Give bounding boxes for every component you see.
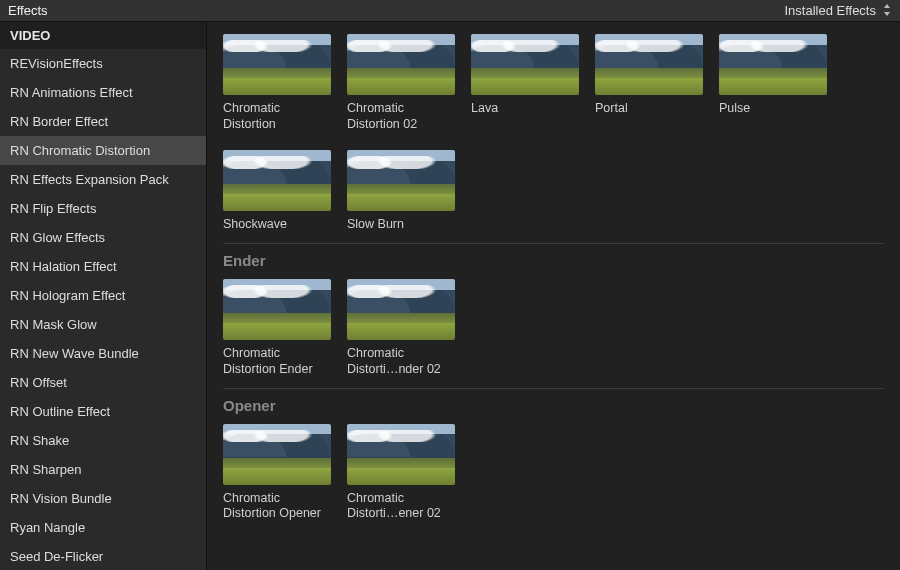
effect-label: Chromatic Distorti…nder 02 (347, 346, 455, 377)
sidebar-item[interactable]: RN Flip Effects (0, 194, 206, 223)
sidebar-item[interactable]: Seed De-Flicker (0, 542, 206, 570)
effect-thumbnail[interactable]: Chromatic Distortion Ender (223, 279, 331, 377)
filter-dropdown[interactable]: Installed Effects (784, 3, 892, 18)
sidebar-item[interactable]: RN New Wave Bundle (0, 339, 206, 368)
group-header: Opener (223, 388, 884, 424)
effect-preview-image (719, 34, 827, 95)
sidebar-item[interactable]: RN Shake (0, 426, 206, 455)
sidebar-section-video: VIDEO (0, 22, 206, 49)
effect-group: OpenerChromatic Distortion OpenerChromat… (223, 388, 884, 522)
effect-label: Shockwave (223, 217, 331, 233)
effect-grid: Chromatic Distortion EnderChromatic Dist… (223, 279, 884, 377)
effect-label: Chromatic Distortion Ender (223, 346, 331, 377)
sidebar-item[interactable]: REVisionEffects (0, 49, 206, 78)
effect-label: Pulse (719, 101, 827, 117)
effect-thumbnail[interactable]: Chromatic Distortion Opener (223, 424, 331, 522)
effect-preview-image (471, 34, 579, 95)
effect-thumbnail[interactable]: Pulse (719, 34, 827, 132)
effect-thumbnail[interactable]: Chromatic Distortion 02 (347, 34, 455, 132)
effect-preview-image (347, 279, 455, 340)
effect-preview-image (223, 279, 331, 340)
effect-preview-image (347, 150, 455, 211)
sidebar-item[interactable]: RN Animations Effect (0, 78, 206, 107)
effect-thumbnail[interactable]: Chromatic Distortion (223, 34, 331, 132)
filter-label: Installed Effects (784, 3, 876, 18)
sidebar-item[interactable]: RN Border Effect (0, 107, 206, 136)
effect-thumbnail[interactable]: Chromatic Distorti…nder 02 (347, 279, 455, 377)
effect-label: Chromatic Distortion (223, 101, 331, 132)
effect-grid: Chromatic DistortionChromatic Distortion… (223, 34, 884, 233)
effects-grid-area[interactable]: Chromatic DistortionChromatic Distortion… (207, 22, 900, 570)
effect-label: Lava (471, 101, 579, 117)
effect-preview-image (223, 34, 331, 95)
effect-label: Portal (595, 101, 703, 117)
effect-thumbnail[interactable]: Lava (471, 34, 579, 132)
sidebar-item[interactable]: RN Effects Expansion Pack (0, 165, 206, 194)
sidebar-item[interactable]: RN Hologram Effect (0, 281, 206, 310)
sidebar-item[interactable]: RN Sharpen (0, 455, 206, 484)
body: VIDEO REVisionEffectsRN Animations Effec… (0, 22, 900, 570)
sidebar-item[interactable]: RN Outline Effect (0, 397, 206, 426)
sidebar-item[interactable]: RN Chromatic Distortion (0, 136, 206, 165)
effect-preview-image (347, 34, 455, 95)
effect-preview-image (223, 150, 331, 211)
sidebar-item[interactable]: RN Halation Effect (0, 252, 206, 281)
effect-group: Chromatic DistortionChromatic Distortion… (223, 34, 884, 233)
effect-label: Chromatic Distorti…ener 02 (347, 491, 455, 522)
group-header: Ender (223, 243, 884, 279)
effect-thumbnail[interactable]: Slow Burn (347, 150, 455, 233)
effect-label: Chromatic Distortion Opener (223, 491, 331, 522)
effect-thumbnail[interactable]: Shockwave (223, 150, 331, 233)
sidebar-item[interactable]: RN Vision Bundle (0, 484, 206, 513)
effect-group: EnderChromatic Distortion EnderChromatic… (223, 243, 884, 377)
effect-label: Slow Burn (347, 217, 455, 233)
effect-preview-image (595, 34, 703, 95)
updown-icon (882, 4, 892, 18)
effect-thumbnail[interactable]: Portal (595, 34, 703, 132)
sidebar-item[interactable]: RN Mask Glow (0, 310, 206, 339)
effect-label: Chromatic Distortion 02 (347, 101, 455, 132)
sidebar-item[interactable]: RN Offset (0, 368, 206, 397)
sidebar-item[interactable]: RN Glow Effects (0, 223, 206, 252)
effects-browser: Effects Installed Effects VIDEO REVision… (0, 0, 900, 570)
effect-grid: Chromatic Distortion OpenerChromatic Dis… (223, 424, 884, 522)
header-bar: Effects Installed Effects (0, 0, 900, 22)
effect-preview-image (347, 424, 455, 485)
effect-preview-image (223, 424, 331, 485)
effect-thumbnail[interactable]: Chromatic Distorti…ener 02 (347, 424, 455, 522)
sidebar[interactable]: VIDEO REVisionEffectsRN Animations Effec… (0, 22, 207, 570)
panel-title: Effects (8, 3, 48, 18)
sidebar-item[interactable]: Ryan Nangle (0, 513, 206, 542)
